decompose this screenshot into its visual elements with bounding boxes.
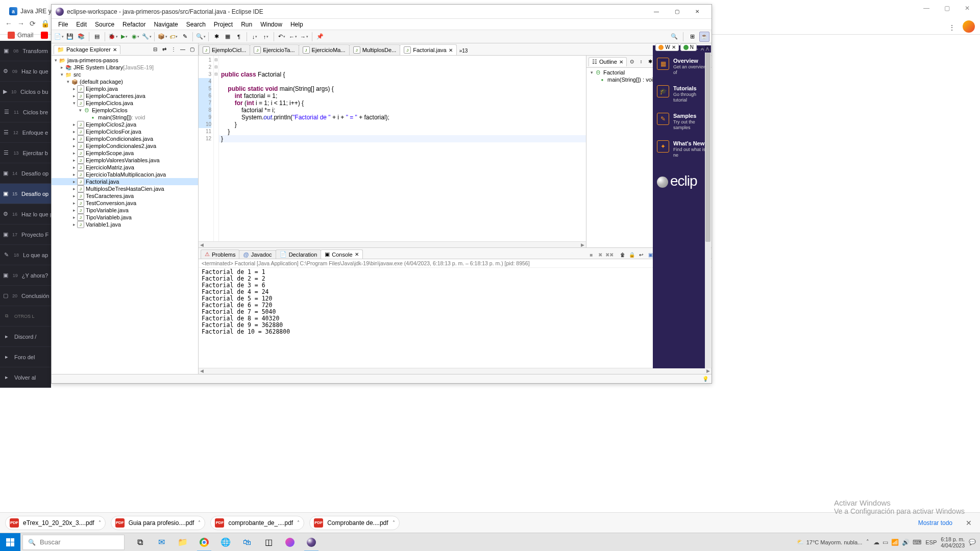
pin-button[interactable]: 📌 xyxy=(315,32,325,42)
tree-node[interactable]: ▸Variable1.java xyxy=(52,221,198,228)
minimize-stack-icon[interactable]: — xyxy=(698,44,703,50)
tip-icon[interactable]: 💡 xyxy=(702,376,708,382)
news-perspective-badge[interactable]: N xyxy=(680,43,697,51)
menu-help[interactable]: Help xyxy=(287,20,307,29)
tree-node[interactable]: ▸TipoVariable.java xyxy=(52,207,198,214)
tree-node[interactable]: ▾📂java-primeros-pasos xyxy=(52,57,198,64)
course-item[interactable]: ▣17Proyecto F xyxy=(0,224,51,245)
onedrive-icon[interactable]: ☁ xyxy=(873,539,879,546)
back-button[interactable]: ← xyxy=(288,32,298,42)
scroll-lock-icon[interactable]: 🔒 xyxy=(628,251,636,259)
chevron-up-icon[interactable]: ˄ xyxy=(393,520,395,525)
course-item[interactable]: ☰11Ciclos bre xyxy=(0,102,51,122)
downloads-show-all[interactable]: Mostrar todo xyxy=(913,517,958,529)
keyboard-icon[interactable]: ⌨ xyxy=(913,539,921,546)
view-menu-icon[interactable]: ⋮ xyxy=(169,45,178,54)
explorer-app-icon[interactable]: 📁 xyxy=(173,533,193,552)
tree-node[interactable]: ▸EjercicioTablaMultiplicacion.java xyxy=(52,171,198,178)
coverage-button[interactable]: ◉ xyxy=(130,32,140,42)
tree-node[interactable]: ▸EjemploCondicionales.java xyxy=(52,135,198,142)
course-quick-link[interactable]: ▸Volver al xyxy=(0,367,51,388)
menu-navigate[interactable]: Navigate xyxy=(150,20,181,29)
welcome-scrollbar[interactable] xyxy=(705,53,711,368)
course-item[interactable]: ☰13Ejercitar b xyxy=(0,143,51,163)
course-item[interactable]: ▢20Conclusión xyxy=(0,286,51,306)
word-wrap-icon[interactable]: ↩ xyxy=(637,251,645,259)
open-type-button[interactable]: ✎ xyxy=(180,32,190,42)
eclipse-titlebar[interactable]: eclipse-workspace - java-primeros-pasos/… xyxy=(52,5,712,19)
toggle-block[interactable]: ▦ xyxy=(223,32,233,42)
tree-node[interactable]: ▸EjemploScope.java xyxy=(52,149,198,157)
menu-run[interactable]: Run xyxy=(237,20,256,29)
toggle-mark[interactable]: ✱ xyxy=(211,32,222,42)
run-button[interactable]: ▶ xyxy=(119,32,129,42)
tree-node[interactable]: ▸Factorial.java xyxy=(52,178,198,185)
prev-ann-button[interactable]: ↑ xyxy=(261,32,271,42)
tree-node[interactable]: ▸📚JRE System Library [JavaSE-19] xyxy=(52,64,198,71)
tree-node[interactable]: ▸EjercicioMatriz.java xyxy=(52,164,198,171)
chrome-app-icon[interactable] xyxy=(194,533,214,552)
download-item[interactable]: PDFcomprobante_de_....pdf˄ xyxy=(210,516,304,530)
open-perspective-icon[interactable]: ⊞ xyxy=(687,32,697,42)
course-item[interactable]: ▣15Desafío op xyxy=(0,184,51,204)
maximize-stack-icon[interactable]: ▢ xyxy=(705,44,709,50)
browser-close[interactable]: ✕ xyxy=(957,1,977,15)
console-tab[interactable]: ▣Console✕ xyxy=(321,249,362,259)
editor-tab[interactable]: MultiplosDe... xyxy=(349,44,401,55)
menu-window[interactable]: Window xyxy=(257,20,286,29)
menu-source[interactable]: Source xyxy=(91,20,118,29)
welcome-item[interactable]: 🎓TutorialsGo through tutorial xyxy=(653,80,711,108)
tree-node[interactable]: ▸EjemploCaracteres.java xyxy=(52,92,198,99)
download-item[interactable]: PDFeTrex_10_20_20x_3....pdf˄ xyxy=(5,516,106,530)
outline-tab[interactable]: ☷ Outline ✕ xyxy=(589,57,627,66)
console-horizontal-scrollbar[interactable]: ◀▶ xyxy=(199,368,712,374)
java-perspective-icon[interactable]: ☕ xyxy=(699,32,709,42)
welcome-item[interactable]: ✎SamplesTry out the samples xyxy=(653,108,711,135)
course-quick-link[interactable]: ▸Foro del xyxy=(0,347,51,367)
menu-project[interactable]: Project xyxy=(210,20,236,29)
close-icon[interactable]: ✕ xyxy=(113,47,117,53)
powertoys-icon[interactable]: ◫ xyxy=(258,533,279,552)
focus-icon[interactable]: ⊙ xyxy=(628,58,636,66)
link-editor-icon[interactable]: ⇄ xyxy=(160,45,168,54)
mail-app-icon[interactable]: ✉ xyxy=(151,533,172,552)
course-item[interactable]: ▶10Ciclos o bu xyxy=(0,82,51,102)
course-quick-link[interactable]: ▸Discord / xyxy=(0,327,51,347)
new-button[interactable]: 📄 xyxy=(54,32,64,42)
chevron-up-icon[interactable]: ˄ xyxy=(198,520,201,525)
tree-node[interactable]: ▾ΘEjemploCiclos xyxy=(52,107,198,114)
editor-horizontal-scrollbar[interactable]: ◀▶ xyxy=(199,241,586,247)
course-item[interactable]: ⚙16Haz lo que profundos xyxy=(0,204,51,224)
chevron-up-icon[interactable]: ˄ xyxy=(99,520,101,525)
close-icon[interactable]: ✕ xyxy=(672,44,676,50)
taskbar-search[interactable]: 🔍 xyxy=(22,535,125,550)
edge-app-icon[interactable]: 🌐 xyxy=(215,533,236,552)
course-item[interactable]: ▣14Desafío op xyxy=(0,163,51,184)
taskview-icon[interactable]: ⧉ xyxy=(130,533,150,552)
menu-search[interactable]: Search xyxy=(183,20,209,29)
terminate-icon[interactable]: ■ xyxy=(587,251,595,259)
editor-tab-overflow[interactable]: »13 xyxy=(456,46,471,55)
forward-button[interactable]: → xyxy=(299,32,309,42)
wifi-icon[interactable]: 📶 xyxy=(891,539,899,546)
toggle-breadcrumb[interactable]: ▤ xyxy=(92,32,102,42)
notifications-icon[interactable]: 💬 xyxy=(969,539,976,545)
download-item[interactable]: PDFComprobante de....pdf˄ xyxy=(309,516,399,530)
eclipse-maximize[interactable]: ▢ xyxy=(667,6,687,18)
problems-tab[interactable]: ⚠Problems xyxy=(201,249,239,259)
taskbar-search-input[interactable] xyxy=(40,538,119,546)
package-explorer-tab[interactable]: 📁 Package Explorer ✕ xyxy=(54,45,120,54)
welcome-item[interactable]: ✦What's NewFind out what is ne xyxy=(653,135,711,163)
code-editor[interactable]: 123456789101112 ⊟⊟⊟ public class Factori… xyxy=(199,56,586,247)
nav-forward-icon[interactable]: → xyxy=(17,19,24,28)
tree-node[interactable]: ▸TestConversion.java xyxy=(52,199,198,207)
folding-gutter[interactable]: ⊟⊟⊟ xyxy=(214,56,219,247)
taskbar-clock[interactable]: 6:18 p. m. 4/04/2023 xyxy=(941,536,965,548)
welcome-perspective-badge[interactable]: W✕ xyxy=(655,43,678,51)
remove-launch-icon[interactable]: ✖ xyxy=(596,251,604,259)
show-whitespace[interactable]: ¶ xyxy=(234,32,244,42)
tree-node[interactable]: ▾📁src xyxy=(52,71,198,78)
eclipse-minimize[interactable]: — xyxy=(646,6,667,18)
editor-tab[interactable]: EjemploCicl... xyxy=(199,44,250,55)
editor-tab[interactable]: EjercicioTa... xyxy=(250,44,299,55)
